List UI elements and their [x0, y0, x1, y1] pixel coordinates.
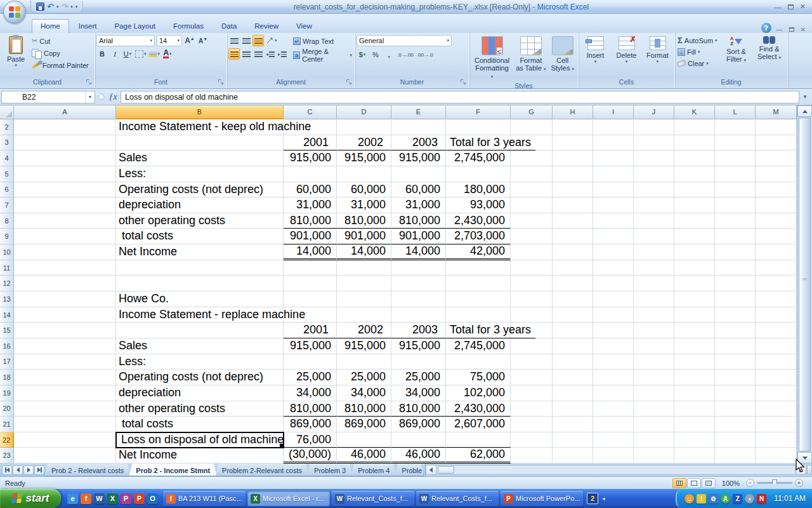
cell-D18[interactable]: 25,000	[337, 370, 391, 385]
cell-B16[interactable]: Sales	[116, 338, 284, 354]
cell-C20[interactable]: 810,000	[284, 401, 337, 417]
column-header-i[interactable]: I	[593, 105, 634, 119]
cell-F21[interactable]: 2,607,000	[446, 417, 511, 432]
copy-button[interactable]: Copy	[30, 47, 90, 59]
undo-dropdown-icon[interactable]: ▾	[56, 4, 59, 10]
cell-K15[interactable]	[674, 323, 715, 338]
cell-I19[interactable]	[593, 385, 634, 401]
cell-I7[interactable]	[593, 197, 634, 213]
cell-B21[interactable]: total costs	[116, 417, 284, 432]
cell-L14[interactable]	[715, 307, 756, 323]
cell-F8[interactable]: 2,430,000	[446, 213, 511, 229]
cell-B23[interactable]: Net Income	[116, 448, 284, 464]
cell-L7[interactable]	[715, 197, 756, 213]
cell-M6[interactable]	[756, 182, 797, 198]
save-icon[interactable]	[36, 3, 44, 11]
cell-C7[interactable]: 31,000	[284, 197, 337, 213]
cell-I14[interactable]	[593, 307, 634, 323]
cell-I10[interactable]	[593, 244, 634, 260]
cell-I9[interactable]	[593, 229, 634, 244]
cell-E4[interactable]: 915,000	[391, 150, 446, 166]
clear-button[interactable]: Clear▾	[676, 58, 719, 69]
cell-M4[interactable]	[756, 150, 797, 166]
cell-L6[interactable]	[715, 182, 756, 198]
decrease-decimal-button[interactable]: .00→.0	[416, 49, 434, 60]
column-header-g[interactable]: G	[511, 105, 553, 119]
column-header-c[interactable]: C	[284, 105, 337, 119]
cell-H20[interactable]	[553, 401, 593, 417]
format-as-table-button[interactable]: Formatas Table ▾	[513, 35, 548, 82]
cell-K16[interactable]	[674, 338, 715, 354]
cell-A7[interactable]	[14, 197, 116, 213]
cell-F10[interactable]: 42,000	[446, 244, 511, 260]
scroll-up-button[interactable]	[797, 105, 812, 117]
zoom-in-button[interactable]: +	[795, 479, 803, 487]
fill-color-button[interactable]: ▾	[148, 48, 161, 60]
row-header-6[interactable]: 6	[0, 182, 14, 198]
cell-D22[interactable]	[337, 432, 391, 448]
sheet-tab-prob-2-income-stmnt[interactable]: Prob 2 - Income Stmnt	[129, 464, 217, 476]
tab-data[interactable]: Data	[213, 20, 245, 33]
cell-I6[interactable]	[593, 182, 634, 198]
formula-input[interactable]: Loss on disposal of old machine	[121, 91, 799, 104]
cell-C18[interactable]: 25,000	[284, 370, 337, 385]
cell-G18[interactable]	[511, 370, 553, 385]
previous-sheet-button[interactable]	[13, 465, 23, 475]
cell-H17[interactable]	[553, 354, 593, 370]
column-header-h[interactable]: H	[553, 105, 593, 119]
cell-A9[interactable]	[14, 229, 116, 244]
cell-G17[interactable]	[511, 354, 553, 370]
cell-M17[interactable]	[756, 354, 797, 370]
cell-C15[interactable]: 2001	[284, 323, 337, 338]
cell-E15[interactable]: 2003	[391, 323, 446, 338]
cell-L20[interactable]	[715, 401, 756, 417]
cell-F5[interactable]	[446, 166, 511, 182]
cell-A15[interactable]	[14, 323, 116, 338]
cell-K7[interactable]	[674, 197, 715, 213]
cell-F7[interactable]: 93,000	[446, 197, 511, 213]
find-select-button[interactable]: Find &Select ▾	[754, 35, 785, 78]
sheet-tab-prob-2-relevant-costs[interactable]: Prob 2 - Relevant costs	[44, 464, 131, 476]
align-left-button[interactable]	[228, 48, 240, 60]
cell-G5[interactable]	[511, 166, 553, 182]
row-header-12[interactable]: 12	[0, 276, 14, 291]
cell-G14[interactable]	[511, 307, 553, 323]
cell-J13[interactable]	[634, 291, 674, 307]
scroll-left-button[interactable]	[426, 465, 436, 475]
tray-zonealarm-icon[interactable]: Z	[733, 494, 742, 504]
cell-E14[interactable]	[391, 307, 446, 323]
cell-J21[interactable]	[634, 417, 674, 432]
cell-F22[interactable]	[446, 432, 511, 448]
cell-G7[interactable]	[511, 197, 553, 213]
cell-C11[interactable]	[284, 260, 337, 276]
cell-I5[interactable]	[593, 166, 634, 182]
cell-B13[interactable]: Howe Co.	[116, 291, 284, 307]
page-layout-view-button[interactable]	[687, 478, 701, 488]
cell-A17[interactable]	[14, 354, 116, 370]
cell-E7[interactable]: 31,000	[391, 197, 446, 213]
word-icon[interactable]: W	[94, 493, 105, 504]
cell-L18[interactable]	[715, 370, 756, 385]
row-header-13[interactable]: 13	[0, 291, 14, 307]
cell-K10[interactable]	[674, 244, 715, 260]
cell-A18[interactable]	[14, 370, 116, 385]
cell-M2[interactable]	[756, 119, 797, 135]
row-header-11[interactable]: 11	[0, 260, 14, 276]
delete-cells-button[interactable]: ✗ Delete▾	[612, 35, 642, 78]
cell-E18[interactable]: 25,000	[391, 370, 446, 385]
cell-E17[interactable]	[391, 354, 446, 370]
cell-D10[interactable]: 14,000	[337, 244, 391, 260]
taskbar-button-relevant-costs-f[interactable]: WRelevant_Costs_f...	[332, 491, 414, 506]
cell-M7[interactable]	[756, 197, 797, 213]
column-header-l[interactable]: L	[715, 105, 756, 119]
cell-E3[interactable]: 2003	[391, 135, 446, 151]
zoom-level[interactable]: 100%	[722, 479, 740, 487]
cell-M19[interactable]	[756, 385, 797, 401]
formula-bar-expand-icon[interactable]: ▼	[799, 91, 811, 104]
tray-antivirus-icon[interactable]: A	[721, 494, 730, 504]
cell-C3[interactable]: 2001	[284, 135, 337, 151]
cell-D20[interactable]: 810,000	[337, 401, 391, 417]
cell-E2[interactable]	[391, 119, 446, 135]
cell-B22[interactable]: Loss on disposal of old machine	[116, 432, 284, 448]
cell-G10[interactable]	[511, 244, 553, 260]
